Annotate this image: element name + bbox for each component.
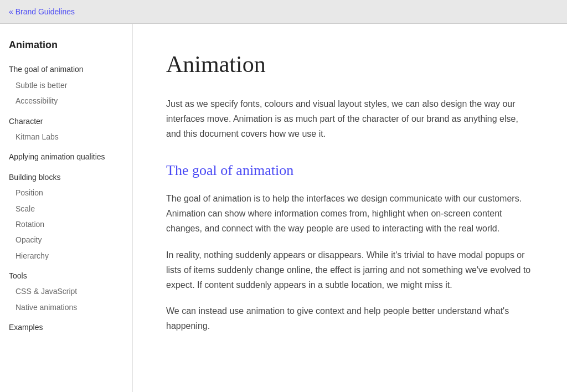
nav-item-blocks[interactable]: Building blocks — [9, 169, 123, 185]
section1-paragraph2: In reality, nothing suddenly appears or … — [166, 247, 534, 293]
section1-paragraph3: We can instead use animation to give con… — [166, 303, 534, 333]
nav-item-tools[interactable]: Tools — [9, 268, 123, 283]
nav-item-position[interactable]: Position — [9, 185, 123, 200]
nav-item-character[interactable]: Character — [9, 114, 123, 129]
nav-section: The goal of animation Subtle is better A… — [9, 61, 123, 335]
top-bar: « Brand Guidelines — [0, 0, 567, 24]
brand-guidelines-link[interactable]: « Brand Guidelines — [9, 7, 75, 16]
nav-item-scale[interactable]: Scale — [9, 201, 123, 216]
section1-paragraph1: The goal of animation is to help the int… — [166, 191, 534, 236]
nav-item-examples[interactable]: Examples — [9, 319, 123, 335]
section1-title: The goal of animation — [166, 159, 534, 182]
main-content: Animation Just as we specify fonts, colo… — [133, 24, 567, 392]
page-layout: Animation The goal of animation Subtle i… — [0, 24, 567, 392]
sidebar-title: Animation — [9, 37, 123, 53]
nav-item-opacity[interactable]: Opacity — [9, 232, 123, 247]
nav-item-subtle[interactable]: Subtle is better — [9, 78, 123, 93]
page-title: Animation — [166, 46, 534, 83]
nav-item-hierarchy[interactable]: Hierarchy — [9, 248, 123, 264]
nav-item-rotation[interactable]: Rotation — [9, 216, 123, 232]
nav-item-accessibility[interactable]: Accessibility — [9, 93, 123, 109]
nav-item-css-js[interactable]: CSS & JavaScript — [9, 283, 123, 299]
nav-item-goal[interactable]: The goal of animation — [9, 61, 123, 77]
nav-item-kitman[interactable]: Kitman Labs — [9, 129, 123, 145]
nav-item-native[interactable]: Native animations — [9, 300, 123, 315]
sidebar: Animation The goal of animation Subtle i… — [0, 24, 133, 392]
intro-paragraph: Just as we specify fonts, colours and vi… — [166, 96, 534, 142]
nav-item-applying[interactable]: Applying animation qualities — [9, 149, 123, 164]
